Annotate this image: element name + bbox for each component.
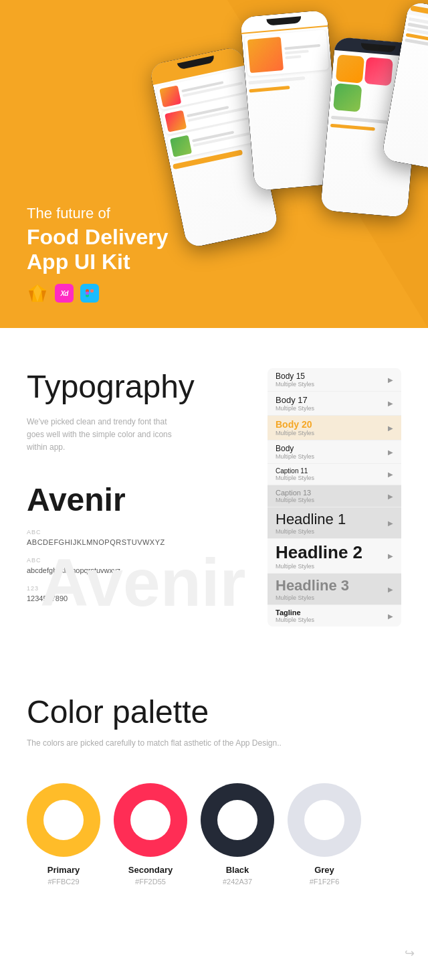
swatch-ring-primary: [27, 783, 100, 857]
typo-sub-headline1: Multiple Styles: [276, 528, 388, 535]
arrow-icon-body17: ▶: [388, 400, 393, 407]
xd-icon: Xd: [55, 284, 74, 303]
color-swatch-grey: Grey #F1F2F6: [288, 783, 361, 886]
typo-name-body15: Body 15: [276, 372, 388, 381]
hero-title: Food Delivery App UI Kit: [27, 225, 169, 274]
typography-title: Typography: [27, 368, 247, 405]
arrow-icon-tagline: ▶: [388, 612, 393, 620]
typo-sub-caption13: Multiple Styles: [276, 497, 388, 503]
hero-text-block: The future of Food Delivery App UI Kit: [27, 205, 169, 274]
typo-name-caption13: Caption 13: [276, 489, 388, 497]
arrow-icon-caption13: ▶: [388, 493, 393, 500]
typo-sub-caption11: Multiple Styles: [276, 475, 388, 481]
typo-sub-headline3: Multiple Styles: [276, 594, 388, 601]
arrow-icon-body: ▶: [388, 448, 393, 456]
figma-icon: [80, 284, 99, 303]
swatch-ring-black: [201, 783, 274, 857]
swatch-ring-secondary: [114, 783, 187, 857]
typo-name-body17: Body 17: [276, 395, 388, 405]
phones-decoration: [154, 0, 428, 328]
typography-section: Typography We've picked clean and trendy…: [0, 328, 428, 653]
typo-style-headline2[interactable]: Headline 2 Multiple Styles ▶: [268, 539, 401, 574]
color-section: Color palette The colors are picked care…: [0, 653, 428, 939]
typo-name-body: Body: [276, 444, 388, 453]
uppercase-label: ABC: [27, 529, 247, 536]
svg-rect-10: [86, 292, 89, 295]
lowercase-chars: abcdefghijklmnopqrstuvwxyz: [27, 566, 247, 574]
typo-style-body15[interactable]: Body 15 Multiple Styles ▶: [268, 368, 401, 392]
typography-styles-panel: Body 15 Multiple Styles ▶ Body 17 Multip…: [268, 368, 401, 627]
typo-style-caption11[interactable]: Caption 11 Multiple Styles ▶: [268, 464, 401, 485]
typography-font-info: Avenir ABC ABCDEFGHIJKLMNOPQRSTUVWXYZ ab…: [27, 481, 247, 602]
swatch-label-primary: Primary: [47, 865, 80, 875]
sketch-icon: [27, 282, 48, 304]
color-swatch-secondary: Secondary #FF2D55: [114, 783, 187, 886]
swatch-label-grey: Grey: [314, 865, 334, 875]
uppercase-chars: ABCDEFGHIJKLMNOPQRSTUVWXYZ: [27, 538, 247, 546]
numbers-chars: 1234567890: [27, 594, 247, 602]
typo-sub-body20: Multiple Styles: [276, 430, 388, 436]
typography-left: Typography We've picked clean and trendy…: [27, 368, 247, 602]
swatch-hex-secondary: #FF2D55: [135, 878, 166, 886]
swatch-label-black: Black: [226, 865, 249, 875]
typo-style-body[interactable]: Body Multiple Styles ▶: [268, 440, 401, 464]
typo-name-headline1: Headline 1: [276, 511, 388, 528]
typo-sub-body17: Multiple Styles: [276, 405, 388, 412]
typo-name-tagline: Tagline: [276, 608, 388, 617]
svg-point-9: [90, 294, 94, 297]
lowercase-label: abc: [27, 557, 247, 564]
color-swatch-black: Black #242A37: [201, 783, 274, 886]
typo-style-tagline[interactable]: Tagline Multiple Styles ▶: [268, 605, 401, 627]
swatch-hex-grey: #F1F2F6: [310, 878, 340, 886]
typo-name-body20: Body 20: [276, 419, 388, 430]
numbers-label: 123: [27, 585, 247, 592]
typo-sub-body: Multiple Styles: [276, 453, 388, 460]
color-section-description: The colors are picked carefully to match…: [27, 737, 401, 750]
swatch-ring-grey: [288, 783, 361, 857]
bottom-cursor: ↪: [0, 939, 428, 967]
typo-name-headline3: Headline 3: [276, 577, 388, 594]
typography-description: We've picked clean and trendy font that …: [27, 416, 174, 455]
arrow-icon-body20: ▶: [388, 424, 393, 432]
hero-tagline: The future of: [27, 205, 169, 222]
typo-style-headline3[interactable]: Headline 3 Multiple Styles ▶: [268, 574, 401, 605]
color-swatches-container: Primary #FFBC29 Secondary #FF2D55 Black …: [27, 783, 401, 886]
swatch-hex-black: #242A37: [223, 878, 252, 886]
swatch-hex-primary: #FFBC29: [47, 878, 79, 886]
typo-name-caption11: Caption 11: [276, 467, 388, 475]
hero-tool-icons: Xd: [27, 282, 99, 304]
typo-style-headline1[interactable]: Headline 1 Multiple Styles ▶: [268, 507, 401, 539]
arrow-icon-headline1: ▶: [388, 519, 393, 527]
cursor-icon: ↪: [405, 947, 415, 960]
typo-sub-headline2: Multiple Styles: [276, 563, 388, 570]
hero-section: The future of Food Delivery App UI Kit X…: [0, 0, 428, 328]
typo-sub-body15: Multiple Styles: [276, 381, 388, 388]
typo-sub-tagline: Multiple Styles: [276, 617, 388, 623]
typo-style-caption13[interactable]: Caption 13 Multiple Styles ▶: [268, 485, 401, 507]
arrow-icon-headline3: ▶: [388, 586, 393, 593]
typo-style-body17[interactable]: Body 17 Multiple Styles ▶: [268, 392, 401, 416]
font-name: Avenir: [27, 481, 247, 518]
color-section-title: Color palette: [27, 693, 401, 730]
svg-rect-7: [90, 289, 94, 293]
typo-style-body20[interactable]: Body 20 Multiple Styles ▶: [268, 416, 401, 440]
arrow-icon-caption11: ▶: [388, 471, 393, 478]
arrow-icon-headline2: ▶: [388, 552, 393, 560]
typo-name-headline2: Headline 2: [276, 542, 388, 563]
swatch-label-secondary: Secondary: [128, 865, 173, 875]
color-swatch-primary: Primary #FFBC29: [27, 783, 100, 886]
arrow-icon-body15: ▶: [388, 376, 393, 384]
